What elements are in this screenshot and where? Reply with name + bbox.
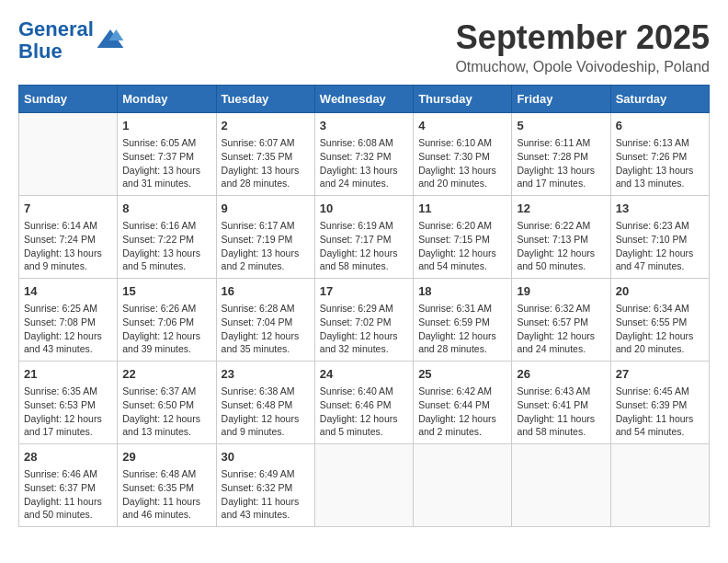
day-info-line: Sunset: 6:53 PM <box>24 398 112 412</box>
day-info-line: Sunrise: 6:05 AM <box>122 136 210 150</box>
day-number: 11 <box>418 201 506 217</box>
col-sunday: Sunday <box>19 86 118 113</box>
day-info-line: Daylight: 13 hours and 9 minutes. <box>24 247 112 273</box>
day-info-line: Sunrise: 6:08 AM <box>320 136 408 150</box>
day-info-line: Sunset: 7:04 PM <box>222 316 310 329</box>
day-number: 9 <box>222 201 310 217</box>
day-cell: 24Sunrise: 6:40 AMSunset: 6:46 PMDayligh… <box>314 362 413 444</box>
day-number: 5 <box>517 118 605 134</box>
col-monday: Monday <box>118 86 216 113</box>
day-cell: 16Sunrise: 6:28 AMSunset: 7:04 PMDayligh… <box>216 279 314 362</box>
calendar-header: Sunday Monday Tuesday Wednesday Thursday… <box>19 86 710 113</box>
day-info-line: Daylight: 11 hours and 58 minutes. <box>517 412 605 439</box>
day-cell: 4Sunrise: 6:10 AMSunset: 7:30 PMDaylight… <box>414 113 512 196</box>
day-info-line: Sunset: 7:26 PM <box>616 150 704 164</box>
day-info-line: Daylight: 13 hours and 13 minutes. <box>616 164 704 190</box>
day-info-line: Sunrise: 6:49 AM <box>222 467 310 481</box>
day-info-line: Sunset: 7:35 PM <box>222 150 310 164</box>
week-row-2: 7Sunrise: 6:14 AMSunset: 7:24 PMDaylight… <box>19 196 710 279</box>
day-info-line: Sunset: 7:19 PM <box>222 233 310 247</box>
day-info-line: Sunrise: 6:45 AM <box>616 385 704 398</box>
day-info-line: Sunrise: 6:35 AM <box>24 385 112 398</box>
day-info-line: Daylight: 13 hours and 31 minutes. <box>122 164 210 190</box>
logo-text: GeneralBlue <box>18 18 94 63</box>
week-row-3: 14Sunrise: 6:25 AMSunset: 7:08 PMDayligh… <box>19 279 710 362</box>
day-number: 10 <box>320 201 408 217</box>
day-info-line: Sunset: 7:06 PM <box>122 316 210 329</box>
logo: GeneralBlue <box>18 18 125 63</box>
day-info-line: Sunset: 7:30 PM <box>418 150 506 164</box>
day-info-line: Daylight: 12 hours and 24 minutes. <box>517 329 605 356</box>
calendar-title: September 2025 <box>455 18 710 57</box>
day-cell: 27Sunrise: 6:45 AMSunset: 6:39 PMDayligh… <box>610 362 709 444</box>
day-info-line: Daylight: 12 hours and 5 minutes. <box>320 412 408 439</box>
day-number: 20 <box>616 283 704 300</box>
day-cell: 1Sunrise: 6:05 AMSunset: 7:37 PMDaylight… <box>118 113 216 196</box>
day-info-line: Daylight: 11 hours and 54 minutes. <box>616 412 704 439</box>
day-number: 18 <box>418 283 506 300</box>
day-info-line: Sunrise: 6:38 AM <box>222 385 310 398</box>
title-section: September 2025 Otmuchow, Opole Voivodesh… <box>455 18 710 75</box>
day-info-line: Sunset: 6:46 PM <box>320 398 408 412</box>
day-info-line: Sunrise: 6:14 AM <box>24 219 112 233</box>
day-info-line: Daylight: 12 hours and 39 minutes. <box>122 329 210 356</box>
day-info-line: Sunset: 6:55 PM <box>616 316 704 329</box>
day-info-line: Daylight: 12 hours and 17 minutes. <box>24 412 112 439</box>
day-info-line: Daylight: 11 hours and 43 minutes. <box>222 495 310 522</box>
day-cell <box>610 444 709 527</box>
day-info-line: Daylight: 12 hours and 28 minutes. <box>418 329 506 356</box>
day-info-line: Sunset: 6:35 PM <box>122 481 210 495</box>
day-info-line: Sunrise: 6:07 AM <box>222 136 310 150</box>
day-info-line: Sunset: 7:17 PM <box>320 233 408 247</box>
day-cell: 11Sunrise: 6:20 AMSunset: 7:15 PMDayligh… <box>414 196 512 279</box>
day-info-line: Sunrise: 6:40 AM <box>320 385 408 398</box>
day-cell: 17Sunrise: 6:29 AMSunset: 7:02 PMDayligh… <box>314 279 413 362</box>
day-cell: 19Sunrise: 6:32 AMSunset: 6:57 PMDayligh… <box>512 279 610 362</box>
day-info-line: Sunset: 7:08 PM <box>24 316 112 329</box>
day-number: 26 <box>517 366 605 383</box>
day-info-line: Daylight: 13 hours and 24 minutes. <box>320 164 408 190</box>
day-number: 3 <box>320 118 408 134</box>
day-number: 21 <box>24 366 112 383</box>
day-number: 30 <box>222 449 310 465</box>
day-number: 2 <box>222 118 310 134</box>
day-info-line: Sunrise: 6:26 AM <box>122 302 210 316</box>
day-cell: 18Sunrise: 6:31 AMSunset: 6:59 PMDayligh… <box>414 279 512 362</box>
weekday-row: Sunday Monday Tuesday Wednesday Thursday… <box>19 86 710 113</box>
day-cell: 3Sunrise: 6:08 AMSunset: 7:32 PMDaylight… <box>314 113 413 196</box>
day-info-line: Sunrise: 6:17 AM <box>222 219 310 233</box>
day-number: 23 <box>222 366 310 383</box>
day-cell: 6Sunrise: 6:13 AMSunset: 7:26 PMDaylight… <box>610 113 709 196</box>
day-info-line: Sunrise: 6:19 AM <box>320 219 408 233</box>
day-info-line: Daylight: 12 hours and 32 minutes. <box>320 329 408 356</box>
day-number: 19 <box>517 283 605 300</box>
day-number: 1 <box>122 118 210 134</box>
day-number: 16 <box>222 283 310 300</box>
logo-icon <box>96 26 125 55</box>
day-cell: 20Sunrise: 6:34 AMSunset: 6:55 PMDayligh… <box>610 279 709 362</box>
day-cell: 8Sunrise: 6:16 AMSunset: 7:22 PMDaylight… <box>118 196 216 279</box>
day-info-line: Daylight: 12 hours and 2 minutes. <box>418 412 506 439</box>
day-number: 27 <box>616 366 704 383</box>
day-info-line: Sunset: 6:41 PM <box>517 398 605 412</box>
day-cell: 5Sunrise: 6:11 AMSunset: 7:28 PMDaylight… <box>512 113 610 196</box>
day-info-line: Sunset: 7:24 PM <box>24 233 112 247</box>
day-cell <box>512 444 610 527</box>
day-info-line: Sunrise: 6:16 AM <box>122 219 210 233</box>
week-row-4: 21Sunrise: 6:35 AMSunset: 6:53 PMDayligh… <box>19 362 710 444</box>
day-number: 28 <box>24 449 112 465</box>
day-number: 14 <box>24 283 112 300</box>
day-number: 12 <box>517 201 605 217</box>
day-cell: 7Sunrise: 6:14 AMSunset: 7:24 PMDaylight… <box>19 196 118 279</box>
col-wednesday: Wednesday <box>314 86 413 113</box>
day-cell: 26Sunrise: 6:43 AMSunset: 6:41 PMDayligh… <box>512 362 610 444</box>
day-info-line: Sunrise: 6:37 AM <box>122 385 210 398</box>
day-info-line: Daylight: 12 hours and 58 minutes. <box>320 247 408 273</box>
day-info-line: Sunrise: 6:28 AM <box>222 302 310 316</box>
day-info-line: Sunrise: 6:31 AM <box>418 302 506 316</box>
day-info-line: Sunset: 6:50 PM <box>122 398 210 412</box>
day-info-line: Daylight: 13 hours and 5 minutes. <box>122 247 210 273</box>
day-info-line: Sunrise: 6:29 AM <box>320 302 408 316</box>
day-number: 25 <box>418 366 506 383</box>
day-info-line: Sunrise: 6:20 AM <box>418 219 506 233</box>
